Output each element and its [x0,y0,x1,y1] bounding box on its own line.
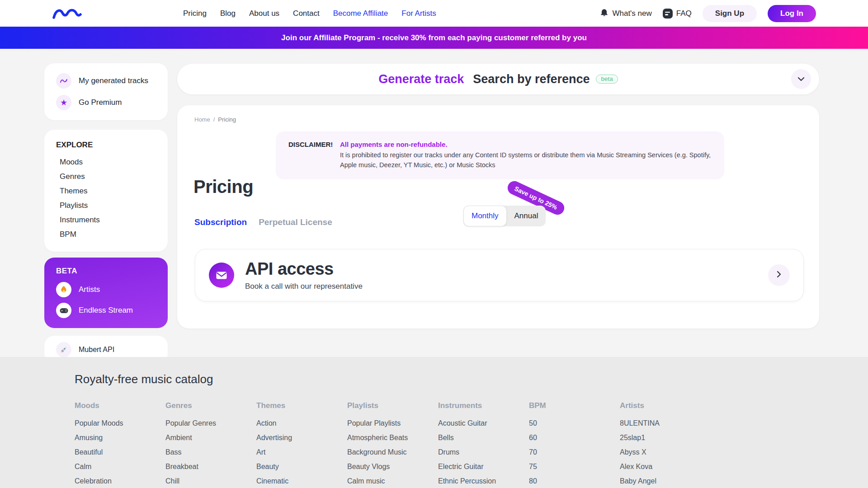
main-nav: Pricing Blog About us Contact Become Aff… [183,9,436,18]
catalog-link[interactable]: 60 [529,434,620,442]
sidebar-item-themes[interactable]: Themes [56,184,156,198]
top-header: Pricing Blog About us Contact Become Aff… [0,0,868,27]
sidebar-item-bpm[interactable]: BPM [56,227,156,242]
sign-up-button[interactable]: Sign Up [703,5,757,22]
catalog-link[interactable]: Acoustic Guitar [438,419,529,427]
catalog-link[interactable]: Ambient [165,434,256,442]
catalog-link[interactable]: Popular Moods [75,419,165,427]
nav-contact[interactable]: Contact [293,9,320,18]
catalog-link[interactable]: Advertising [256,434,347,442]
bell-icon [600,8,609,19]
tab-generate-track[interactable]: Generate track [378,72,464,86]
generate-track-bar: Generate track Search by reference beta [177,64,819,94]
tab-perpetual-license[interactable]: Perpetual License [259,217,332,227]
nav-for-artists[interactable]: For Artists [401,9,436,18]
catalog-link[interactable]: 8ULENTINA [620,419,711,427]
pricing-tabs: Subscription Perpetual License [194,217,332,227]
catalog-link[interactable]: Abyss X [620,448,711,456]
api-access-card[interactable]: API access Book a call with our represen… [195,249,804,301]
catalog-link[interactable]: Art [256,448,347,456]
sidebar-item-genres[interactable]: Genres [56,169,156,184]
sidebar-item-go-premium[interactable]: ★ Go Premium [56,95,156,110]
pricing-content-card: Home / Pricing DISCLAIMER! All payments … [177,105,819,328]
nav-pricing[interactable]: Pricing [183,9,207,18]
catalog-column-instruments: Instruments Acoustic Guitar Bells Drums … [438,401,529,488]
catalog-grid: Moods Popular Moods Amusing Beautiful Ca… [75,401,711,488]
breadcrumb: Home / Pricing [194,116,236,123]
disclaimer-text: All payments are non-refundable. It is p… [340,141,712,170]
toggle-annual[interactable]: Annual [507,206,546,226]
catalog-column-playlists: Playlists Popular Playlists Atmospheric … [347,401,438,488]
wave-icon [56,73,71,89]
catalog-link[interactable]: Baby Angel [620,477,711,485]
column-header: Genres [165,401,256,410]
beta-tag: beta [596,75,618,84]
star-icon: ★ [56,95,71,110]
mubert-api-label: Mubert API [79,346,114,354]
nav-become-affiliate[interactable]: Become Affiliate [333,9,388,18]
catalog-link[interactable]: Chill [165,477,256,485]
affiliate-banner[interactable]: Join our Affiliate Program - receive 30%… [0,27,868,49]
catalog-link[interactable]: Beauty [256,463,347,471]
catalog-link[interactable]: Electric Guitar [438,463,529,471]
catalog-link[interactable]: Amusing [75,434,165,442]
mail-icon [209,263,234,288]
catalog-link[interactable]: Cinematic [256,477,347,485]
catalog-link[interactable]: 80 [529,477,620,485]
catalog-link[interactable]: 70 [529,448,620,456]
catalog-link[interactable]: 25slap1 [620,434,711,442]
api-card-text: API access Book a call with our represen… [245,259,363,291]
sidebar-item-playlists[interactable]: Playlists [56,198,156,213]
catalog-link[interactable]: Calm [75,463,165,471]
catalog-link[interactable]: Atmospheric Beats [347,434,438,442]
catalog-link[interactable]: Alex Kova [620,463,711,471]
api-card-open-button[interactable] [768,264,790,286]
catalog-link[interactable]: Background Music [347,448,438,456]
sidebar-beta-card: BETA Artists Endless Stream [44,258,168,328]
breadcrumb-home[interactable]: Home [194,116,210,123]
sidebar-item-my-generated-tracks[interactable]: My generated tracks [56,73,156,89]
catalog-link[interactable]: Popular Genres [165,419,256,427]
nav-blog[interactable]: Blog [220,9,236,18]
affiliate-banner-text: Join our Affiliate Program - receive 30%… [281,33,587,42]
artists-label: Artists [79,285,100,294]
column-header: Themes [256,401,347,410]
catalog-column-themes: Themes Action Advertising Art Beauty Cin… [256,401,347,488]
whats-new-link[interactable]: What's new [600,8,651,19]
footer-catalog: Royalty-free music catalog Moods Popular… [0,357,868,488]
catalog-link[interactable]: Calm music [347,477,438,485]
sidebar-item-artists[interactable]: Artists [56,282,156,297]
log-in-button[interactable]: Log In [768,5,816,22]
expand-generator-button[interactable] [791,69,811,89]
endless-stream-label: Endless Stream [79,306,133,315]
mubert-logo-icon[interactable] [52,6,82,23]
catalog-link[interactable]: Bells [438,434,529,442]
catalog-link[interactable]: Bass [165,448,256,456]
gamepad-icon [56,303,71,318]
sidebar-item-endless-stream[interactable]: Endless Stream [56,303,156,318]
catalog-link[interactable]: Popular Playlists [347,419,438,427]
catalog-link[interactable]: Beauty Vlogs [347,463,438,471]
tab-subscription[interactable]: Subscription [194,217,247,227]
catalog-link[interactable]: Action [256,419,347,427]
billing-period-toggle: Monthly Annual [463,206,546,226]
tab-search-by-reference[interactable]: Search by reference [473,72,590,86]
api-card-subtitle: Book a call with our representative [245,282,363,291]
faq-link[interactable]: FAQ [663,9,692,19]
catalog-link[interactable]: Ethnic Percussion [438,477,529,485]
sidebar-item-instruments[interactable]: Instruments [56,213,156,227]
header-actions: What's new FAQ Sign Up Log In [600,5,816,22]
catalog-link[interactable]: 75 [529,463,620,471]
toggle-monthly[interactable]: Monthly [463,206,507,226]
column-header: Artists [620,401,711,410]
catalog-link[interactable]: 50 [529,419,620,427]
faq-label: FAQ [676,9,692,18]
catalog-link[interactable]: Beautiful [75,448,165,456]
sidebar-user-card: My generated tracks ★ Go Premium [44,63,168,120]
fire-icon [56,282,71,297]
catalog-link[interactable]: Celebration [75,477,165,485]
catalog-link[interactable]: Breakbeat [165,463,256,471]
catalog-link[interactable]: Drums [438,448,529,456]
nav-about[interactable]: About us [249,9,279,18]
sidebar-item-moods[interactable]: Moods [56,155,156,169]
